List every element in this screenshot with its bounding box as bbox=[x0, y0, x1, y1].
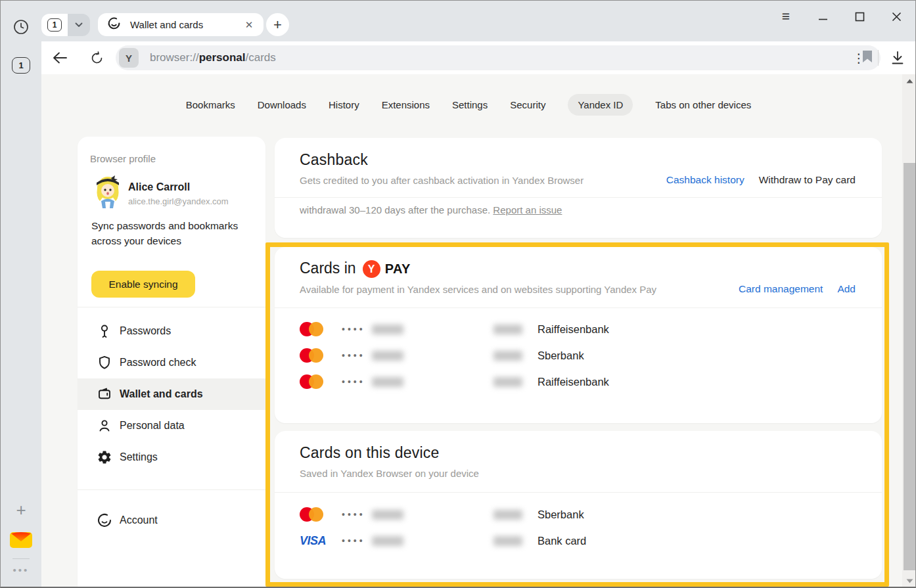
side-panel-tab-badge[interactable]: 1 bbox=[12, 57, 30, 74]
card-row[interactable]: •••• Raiffeisenbank bbox=[275, 369, 882, 395]
cashback-history-link[interactable]: Cashback history bbox=[666, 174, 744, 186]
withdraw-to-pay-card-link[interactable]: Withdraw to Pay card bbox=[759, 174, 856, 186]
card-management-link[interactable]: Card management bbox=[739, 283, 823, 295]
sidebar-item-label: Password check bbox=[120, 357, 196, 369]
cashback-subtitle: Gets credited to you after cashback acti… bbox=[300, 175, 584, 186]
blurred-expiry-date bbox=[493, 377, 522, 387]
scrollbar-thumb[interactable] bbox=[904, 163, 915, 570]
blurred-expiry-date bbox=[493, 351, 522, 361]
bank-name: Sberbank bbox=[538, 350, 584, 362]
card-row[interactable]: •••• Raiffeisenbank bbox=[275, 316, 882, 342]
side-panel-add-icon[interactable]: + bbox=[11, 500, 31, 520]
cards-in-pay-title-text: Cards in bbox=[300, 260, 356, 277]
sidebar-item-label: Settings bbox=[120, 451, 158, 463]
sidebar-item-label: Passwords bbox=[120, 325, 171, 337]
blurred-card-number bbox=[372, 510, 403, 520]
page-scrollbar[interactable] bbox=[902, 74, 916, 587]
card-row[interactable]: •••• Sberbank bbox=[275, 501, 882, 528]
cashback-title: Cashback bbox=[300, 151, 368, 169]
sidebar-item-personal-data[interactable]: Personal data bbox=[78, 410, 265, 441]
sidebar-item-wallet-and-cards[interactable]: Wallet and cards bbox=[78, 378, 265, 410]
sidebar-account-section: Account bbox=[78, 505, 265, 536]
new-tab-button[interactable]: + bbox=[266, 13, 289, 36]
settings-page: Bookmarks Downloads History Extensions S… bbox=[41, 74, 916, 587]
nav-tab-yandex-id[interactable]: Yandex ID bbox=[568, 94, 633, 116]
sidebar-menu: Passwords Password check Wallet and card… bbox=[78, 315, 265, 473]
avatar bbox=[91, 175, 124, 209]
nav-tab-other-devices[interactable]: Tabs on other devices bbox=[655, 94, 751, 116]
url-text[interactable]: browser://personal/cards bbox=[150, 51, 862, 64]
sidebar-item-passwords[interactable]: Passwords bbox=[78, 315, 265, 347]
sidebar-item-label: Wallet and cards bbox=[120, 388, 203, 400]
reload-icon[interactable] bbox=[87, 48, 106, 68]
address-bar[interactable]: Y browser://personal/cards bbox=[116, 45, 881, 70]
visa-icon: VISA bbox=[300, 534, 330, 548]
minimize-icon[interactable] bbox=[812, 7, 834, 26]
window-controls: ≡ bbox=[775, 1, 907, 32]
masked-digits: •••• bbox=[342, 324, 372, 334]
sidebar-item-account[interactable]: Account bbox=[78, 505, 265, 536]
yandex-pay-logo-icon: Y bbox=[363, 260, 380, 278]
shield-icon bbox=[97, 355, 112, 371]
yandex-browser-logo-icon bbox=[97, 512, 112, 528]
yandex-mail-icon[interactable] bbox=[9, 530, 33, 550]
nav-tab-settings[interactable]: Settings bbox=[452, 94, 488, 116]
downloads-icon[interactable] bbox=[888, 48, 907, 68]
settings-nav: Bookmarks Downloads History Extensions S… bbox=[41, 94, 896, 116]
scrollbar-down-icon[interactable] bbox=[902, 576, 916, 586]
masked-digits: •••• bbox=[342, 509, 372, 520]
toolbar-divider bbox=[878, 50, 879, 66]
key-icon bbox=[97, 323, 112, 339]
tab-close-icon[interactable]: ✕ bbox=[242, 19, 256, 31]
sync-description: Sync passwords and bookmarks across your… bbox=[91, 218, 246, 248]
report-an-issue-link[interactable]: Report an issue bbox=[493, 204, 562, 215]
side-panel-more-icon[interactable]: ••• bbox=[1, 564, 41, 576]
gear-icon bbox=[97, 449, 112, 465]
chevron-down-icon bbox=[75, 22, 83, 28]
mastercard-icon bbox=[300, 322, 323, 336]
profile-sidebar: Browser profile Alice Carroll alice bbox=[78, 137, 265, 588]
scrollbar-up-icon[interactable] bbox=[902, 76, 916, 86]
yandex-pay-logo-word: PAY bbox=[385, 261, 411, 277]
card-row[interactable]: •••• Sberbank bbox=[275, 342, 882, 369]
address-row: Y browser://personal/cards ⋮ bbox=[41, 41, 916, 74]
history-clock-icon[interactable] bbox=[13, 19, 29, 35]
nav-tab-security[interactable]: Security bbox=[510, 94, 545, 116]
nav-tab-history[interactable]: History bbox=[329, 94, 359, 116]
add-card-link[interactable]: Add bbox=[837, 283, 856, 295]
cards-in-pay-title: Cards in Y PAY bbox=[300, 259, 411, 278]
nav-tab-bookmarks[interactable]: Bookmarks bbox=[186, 94, 235, 116]
sidebar-item-password-check[interactable]: Password check bbox=[78, 347, 265, 378]
back-icon[interactable] bbox=[50, 48, 70, 68]
card-divider bbox=[275, 492, 882, 493]
maximize-icon[interactable] bbox=[848, 7, 871, 26]
kebab-menu-icon[interactable]: ⋮ bbox=[849, 48, 869, 68]
tab-counter[interactable]: 1 bbox=[41, 14, 90, 36]
close-window-icon[interactable] bbox=[885, 7, 907, 26]
mastercard-icon bbox=[300, 507, 330, 522]
blurred-expiry-date bbox=[493, 510, 522, 520]
blurred-card-number bbox=[372, 536, 403, 546]
enable-syncing-button[interactable]: Enable syncing bbox=[91, 271, 195, 298]
tab-count-badge: 1 bbox=[47, 18, 62, 32]
page-favicon: Y bbox=[119, 48, 139, 68]
blurred-card-number bbox=[372, 377, 403, 387]
nav-tab-downloads[interactable]: Downloads bbox=[258, 94, 306, 116]
tab-list-dropdown[interactable] bbox=[68, 14, 90, 36]
browser-menu-icon[interactable]: ≡ bbox=[775, 7, 797, 26]
sidebar-item-settings[interactable]: Settings bbox=[78, 441, 265, 473]
bank-name: Raiffeisenbank bbox=[538, 376, 609, 388]
profile-email: alice.the.girl@yandex.com bbox=[128, 196, 229, 206]
person-icon bbox=[97, 418, 112, 434]
nav-tab-extensions[interactable]: Extensions bbox=[382, 94, 430, 116]
tab-count-segment[interactable]: 1 bbox=[41, 14, 68, 36]
cards-in-pay-section: Cards in Y PAY Available for payment in … bbox=[275, 247, 882, 423]
active-tab[interactable]: Wallet and cards ✕ bbox=[98, 13, 263, 36]
wallet-icon bbox=[97, 386, 112, 402]
sidebar-section-label: Browser profile bbox=[90, 153, 156, 164]
card-row[interactable]: VISA •••• Bank card bbox=[275, 528, 882, 554]
yandex-browser-logo-icon bbox=[107, 16, 121, 33]
tab-title: Wallet and cards bbox=[130, 19, 242, 30]
cards-on-device-section: Cards on this device Saved in Yandex Bro… bbox=[275, 431, 882, 579]
cashback-note: withdrawal 30–120 days after the purchas… bbox=[300, 204, 562, 215]
